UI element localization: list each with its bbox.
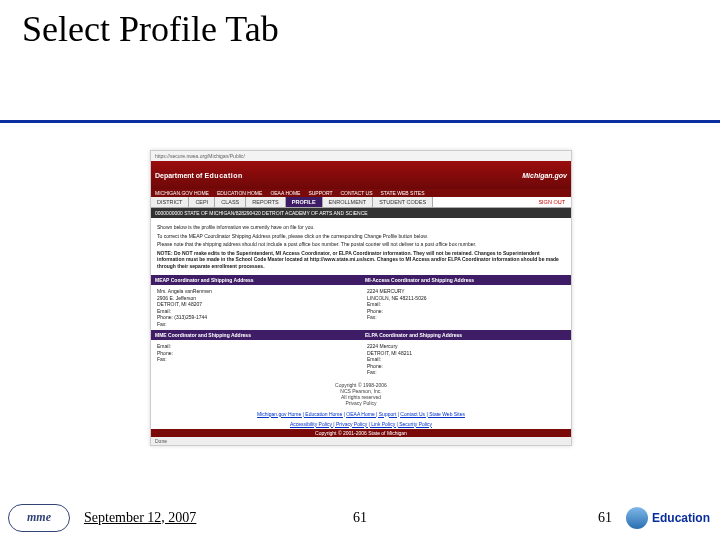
- footer-links-2: Accessibility Policy | Privacy Policy | …: [151, 419, 571, 429]
- screenshot-container: https://secure.nwea.org/Michigan/Public/…: [150, 150, 572, 446]
- address-row-2: Email: Phone: Fax: 2224 Mercury DETROIT,…: [151, 340, 571, 379]
- tab-reports[interactable]: REPORTS: [246, 197, 286, 207]
- miaccess-address: 2224 MERCURY LINCOLN, NE 48211-5026 Emai…: [361, 285, 571, 330]
- page-number-center: 61: [353, 510, 367, 526]
- warning-note: NOTE: Do NOT make edits to the Superinte…: [157, 250, 565, 270]
- nav-link[interactable]: MICHIGAN.GOV HOME: [155, 190, 209, 196]
- state-copyright: Copyright © 2001-2006 State of Michigan: [151, 429, 571, 437]
- section-header-2: MME Coordinator and Shipping Address ELP…: [151, 330, 571, 340]
- meap-address: Mrs. Angela vanRenmen 2906 E. Jefferson …: [151, 285, 361, 330]
- miaccess-header: MI-Access Coordinator and Shipping Addre…: [361, 275, 571, 285]
- tab-class[interactable]: CLASS: [215, 197, 246, 207]
- profile-body: Shown below is the profile information w…: [151, 218, 571, 275]
- tab-enrollment[interactable]: ENROLLMENT: [323, 197, 374, 207]
- nav-link[interactable]: CONTACT US: [340, 190, 372, 196]
- tab-bar: DISTRICT CEPI CLASS REPORTS PROFILE ENRO…: [151, 197, 571, 208]
- browser-url: https://secure.nwea.org/Michigan/Public/: [151, 151, 571, 161]
- footer-link[interactable]: Accessibility Policy | Privacy Policy | …: [290, 421, 432, 427]
- intro-text: Shown below is the profile information w…: [157, 224, 565, 231]
- tab-profile[interactable]: PROFILE: [286, 197, 323, 207]
- mme-address: Email: Phone: Fax:: [151, 340, 361, 379]
- tab-student-codes[interactable]: STUDENT CODES: [373, 197, 433, 207]
- shipping-note: Please note that the shipping address sh…: [157, 241, 565, 248]
- nav-link[interactable]: STATE WEB SITES: [381, 190, 425, 196]
- nav-link[interactable]: OEAA HOME: [270, 190, 300, 196]
- nav-link[interactable]: EDUCATION HOME: [217, 190, 262, 196]
- instruction-text: To correct the MEAP Coordinator Shipping…: [157, 233, 565, 240]
- address-row-1: Mrs. Angela vanRenmen 2906 E. Jefferson …: [151, 285, 571, 330]
- tab-cepi[interactable]: CEPI: [189, 197, 215, 207]
- browser-status-bar: Done: [151, 437, 571, 445]
- education-label: Education: [652, 511, 710, 525]
- slide-title: Select Profile Tab: [22, 8, 279, 50]
- elpa-header: ELPA Coordinator and Shipping Address: [361, 330, 571, 340]
- nav-link[interactable]: SUPPORT: [308, 190, 332, 196]
- globe-icon: [626, 507, 648, 529]
- slide-date: September 12, 2007: [84, 510, 196, 526]
- mme-logo: mme: [8, 504, 70, 532]
- slide-footer: mme September 12, 2007 61 61 Education: [0, 495, 720, 540]
- title-underline: [0, 120, 720, 123]
- pearson-footer: Copyright © 1998-2006 NCS Pearson, Inc. …: [151, 379, 571, 409]
- section-header-1: MEAP Coordinator and Shipping Address MI…: [151, 275, 571, 285]
- tab-district[interactable]: DISTRICT: [151, 197, 189, 207]
- site-banner: Department of Education Michigan.gov: [151, 161, 571, 189]
- page-number-right: 61: [598, 510, 612, 526]
- mme-header: MME Coordinator and Shipping Address: [151, 330, 361, 340]
- footer-links-1: Michigan.gov Home | Education Home | OEA…: [151, 409, 571, 419]
- dept-label: Department of Education: [155, 172, 243, 179]
- header-nav: MICHIGAN.GOV HOME EDUCATION HOME OEAA HO…: [151, 189, 571, 197]
- elpa-address: 2224 Mercury DETROIT, MI 48211 Email: Ph…: [361, 340, 571, 379]
- michigan-gov-logo: Michigan.gov: [522, 172, 567, 179]
- sign-out-link[interactable]: SIGN OUT: [532, 197, 571, 207]
- school-context-bar: 0000000000 STATE OF MICHIGAN/828290420 D…: [151, 208, 571, 218]
- footer-link[interactable]: Michigan.gov Home | Education Home | OEA…: [257, 411, 465, 417]
- meap-header: MEAP Coordinator and Shipping Address: [151, 275, 361, 285]
- michigan-education-logo: Education: [626, 507, 710, 529]
